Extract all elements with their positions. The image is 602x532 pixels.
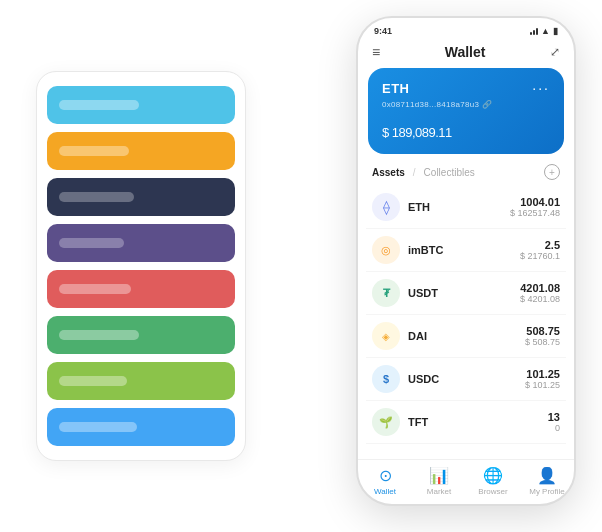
eth-currency-symbol: $ <box>382 125 389 140</box>
card-icon-red <box>203 278 225 300</box>
card-icon-purple <box>203 232 225 254</box>
eth-primary-amount: 1004.01 <box>510 196 560 208</box>
card-line <box>59 100 139 110</box>
asset-item-imbtc[interactable]: ◎ imBTC 2.5 $ 21760.1 <box>366 229 566 272</box>
nav-browser[interactable]: 🌐 Browser <box>466 466 520 496</box>
tab-divider: / <box>413 167 416 178</box>
asset-name-usdc: USDC <box>408 373 525 385</box>
asset-name-dai: DAI <box>408 330 525 342</box>
nav-profile[interactable]: 👤 My Profile <box>520 466 574 496</box>
browser-nav-label: Browser <box>478 487 507 496</box>
imbtc-icon: ◎ <box>372 236 400 264</box>
phone-header: ≡ Wallet ⤢ <box>358 40 574 68</box>
tab-assets[interactable]: Assets <box>372 167 405 178</box>
asset-amounts-usdt: 4201.08 $ 4201.08 <box>520 282 560 304</box>
eth-usd-value: $ 162517.48 <box>510 208 560 218</box>
card-icon-dark <box>203 186 225 208</box>
asset-amounts-imbtc: 2.5 $ 21760.1 <box>520 239 560 261</box>
profile-nav-icon: 👤 <box>537 466 557 485</box>
expand-icon[interactable]: ⤢ <box>550 45 560 59</box>
card-line <box>59 330 139 340</box>
card-icon-green <box>203 324 225 346</box>
add-asset-button[interactable]: + <box>544 164 560 180</box>
usdc-usd-value: $ 101.25 <box>525 380 560 390</box>
browser-nav-icon: 🌐 <box>483 466 503 485</box>
market-nav-label: Market <box>427 487 451 496</box>
eth-address: 0x08711d38...8418a78u3 🔗 <box>382 100 550 109</box>
card-line <box>59 238 124 248</box>
asset-amounts-tft: 13 0 <box>548 411 560 433</box>
phone-notch <box>426 18 506 30</box>
eth-card[interactable]: ETH ··· 0x08711d38...8418a78u3 🔗 $189,08… <box>368 68 564 154</box>
battery-icon: ▮ <box>553 26 558 36</box>
card-icon-orange <box>203 140 225 162</box>
profile-nav-label: My Profile <box>529 487 565 496</box>
card-stack <box>36 71 246 461</box>
eth-menu-dots[interactable]: ··· <box>532 80 550 96</box>
usdt-usd-value: $ 4201.08 <box>520 294 560 304</box>
bottom-nav: ⊙ Wallet 📊 Market 🌐 Browser 👤 My Profile <box>358 459 574 504</box>
dai-usd-value: $ 508.75 <box>525 337 560 347</box>
imbtc-usd-value: $ 21760.1 <box>520 251 560 261</box>
eth-amount-value: 189,089.11 <box>392 125 452 140</box>
tft-primary-amount: 13 <box>548 411 560 423</box>
scene: 9:41 ▲ ▮ ≡ Wallet ⤢ ETH ··· 0x08711d38..… <box>16 16 586 516</box>
stack-card-orange[interactable] <box>47 132 235 170</box>
stack-card-green[interactable] <box>47 316 235 354</box>
eth-amount: $189,089.11 <box>382 119 550 142</box>
asset-amounts-usdc: 101.25 $ 101.25 <box>525 368 560 390</box>
asset-name-usdt: USDT <box>408 287 520 299</box>
stack-card-red[interactable] <box>47 270 235 308</box>
nav-wallet[interactable]: ⊙ Wallet <box>358 466 412 496</box>
signal-icon <box>530 27 538 35</box>
stack-card-purple[interactable] <box>47 224 235 262</box>
market-nav-icon: 📊 <box>429 466 449 485</box>
asset-item-usdc[interactable]: $ USDC 101.25 $ 101.25 <box>366 358 566 401</box>
assets-header: Assets / Collectibles + <box>358 164 574 186</box>
asset-amounts-eth: 1004.01 $ 162517.48 <box>510 196 560 218</box>
stack-card-dark[interactable] <box>47 178 235 216</box>
stack-card-skyblue[interactable] <box>47 408 235 446</box>
tft-icon: 🌱 <box>372 408 400 436</box>
card-icon-lightgreen <box>203 370 225 392</box>
card-line <box>59 192 134 202</box>
tab-collectibles[interactable]: Collectibles <box>424 167 475 178</box>
eth-icon: ⟠ <box>372 193 400 221</box>
wallet-nav-icon: ⊙ <box>379 466 392 485</box>
imbtc-primary-amount: 2.5 <box>520 239 560 251</box>
usdc-primary-amount: 101.25 <box>525 368 560 380</box>
asset-item-tft[interactable]: 🌱 TFT 13 0 <box>366 401 566 444</box>
asset-item-usdt[interactable]: ₮ USDT 4201.08 $ 4201.08 <box>366 272 566 315</box>
assets-tabs: Assets / Collectibles <box>372 167 475 178</box>
menu-icon[interactable]: ≡ <box>372 44 380 60</box>
card-icon-skyblue <box>203 416 225 438</box>
usdt-icon: ₮ <box>372 279 400 307</box>
asset-list: ⟠ ETH 1004.01 $ 162517.48 ◎ imBTC 2.5 $ … <box>358 186 574 459</box>
tft-usd-value: 0 <box>548 423 560 433</box>
asset-item-dai[interactable]: ◈ DAI 508.75 $ 508.75 <box>366 315 566 358</box>
card-line <box>59 422 137 432</box>
eth-label: ETH <box>382 81 410 96</box>
status-time: 9:41 <box>374 26 392 36</box>
card-icon-blue <box>203 94 225 116</box>
card-line <box>59 146 129 156</box>
asset-name-eth: ETH <box>408 201 510 213</box>
nav-market[interactable]: 📊 Market <box>412 466 466 496</box>
eth-card-header: ETH ··· <box>382 80 550 96</box>
phone-frame: 9:41 ▲ ▮ ≡ Wallet ⤢ ETH ··· 0x08711d38..… <box>356 16 576 506</box>
usdt-primary-amount: 4201.08 <box>520 282 560 294</box>
card-line <box>59 284 131 294</box>
page-title: Wallet <box>445 44 486 60</box>
asset-item-eth[interactable]: ⟠ ETH 1004.01 $ 162517.48 <box>366 186 566 229</box>
asset-amounts-dai: 508.75 $ 508.75 <box>525 325 560 347</box>
card-line <box>59 376 127 386</box>
dai-primary-amount: 508.75 <box>525 325 560 337</box>
asset-name-tft: TFT <box>408 416 548 428</box>
stack-card-lightgreen[interactable] <box>47 362 235 400</box>
status-icons: ▲ ▮ <box>530 26 558 36</box>
dai-icon: ◈ <box>372 322 400 350</box>
usdc-icon: $ <box>372 365 400 393</box>
stack-card-blue[interactable] <box>47 86 235 124</box>
asset-name-imbtc: imBTC <box>408 244 520 256</box>
wifi-icon: ▲ <box>541 26 550 36</box>
